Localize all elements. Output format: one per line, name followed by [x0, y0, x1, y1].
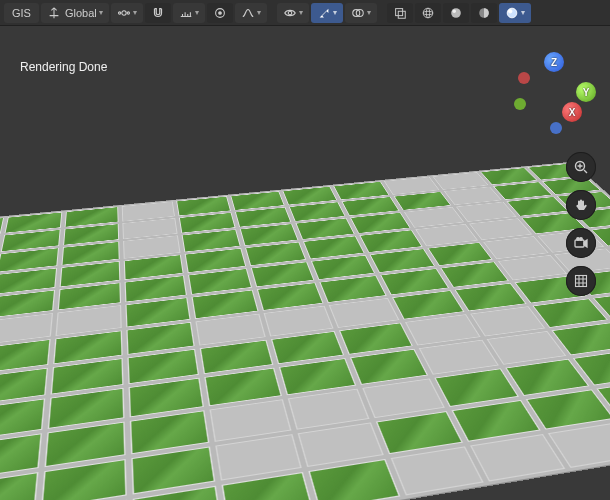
svg-point-17 — [508, 9, 512, 13]
shading-rendered[interactable]: ▾ — [499, 3, 531, 23]
solid-sphere-icon — [449, 6, 463, 20]
shading-wireframe[interactable] — [415, 3, 441, 23]
gis-menu[interactable]: GIS — [4, 3, 39, 23]
xray-icon — [393, 6, 407, 20]
pan-hand-icon — [573, 197, 589, 213]
material-preview-icon — [477, 6, 491, 20]
proportional-edit-toggle[interactable] — [207, 3, 233, 23]
chevron-down-icon: ▾ — [99, 8, 103, 17]
camera-view-icon — [573, 235, 589, 251]
zoom-button[interactable] — [566, 152, 596, 182]
pan-button[interactable] — [566, 190, 596, 220]
magnet-icon — [151, 6, 165, 20]
perspective-grid-icon — [573, 273, 589, 289]
camera-view-button[interactable] — [566, 228, 596, 258]
svg-point-16 — [507, 8, 517, 18]
pivot-point-dropdown[interactable]: ▾ — [111, 3, 143, 23]
axis-x[interactable]: X — [562, 102, 582, 122]
axis-y[interactable]: Y — [576, 82, 596, 102]
axis-z[interactable]: Z — [544, 52, 564, 72]
tile-green — [0, 472, 38, 500]
tile-empty — [471, 434, 565, 481]
chevron-down-icon: ▾ — [133, 8, 137, 17]
svg-point-11 — [423, 11, 433, 15]
tile-green — [308, 459, 400, 500]
perspective-toggle-button[interactable] — [566, 266, 596, 296]
svg-point-4 — [218, 11, 221, 14]
shading-solid[interactable] — [443, 3, 469, 23]
proportional-edit-icon — [213, 6, 227, 20]
viewport-side-tools — [566, 152, 596, 296]
tile-green — [505, 359, 589, 396]
axis-neg-y[interactable] — [514, 98, 526, 110]
transform-orientation-dropdown[interactable]: Global ▾ — [41, 3, 109, 23]
transform-orientation-icon — [47, 6, 61, 20]
svg-rect-9 — [398, 11, 405, 18]
orientation-label: Global — [65, 7, 97, 19]
chevron-down-icon: ▾ — [299, 8, 303, 17]
chevron-down-icon: ▾ — [257, 8, 261, 17]
svg-point-5 — [288, 11, 292, 15]
navigation-gizmo[interactable]: Z Y X — [512, 52, 596, 136]
overlays-dropdown[interactable]: ▾ — [345, 3, 377, 23]
proportional-falloff-dropdown[interactable]: ▾ — [235, 3, 267, 23]
chevron-down-icon: ▾ — [195, 8, 199, 17]
svg-rect-22 — [576, 276, 587, 287]
viewport-3d[interactable]: Rendering Done Z Y X — [0, 26, 610, 500]
chevron-down-icon: ▾ — [333, 8, 337, 17]
eye-icon — [283, 6, 297, 20]
toolbar: GIS Global ▾ ▾ ▾ ▾ ▾ ▾ ▾ — [0, 0, 610, 26]
svg-point-14 — [452, 9, 456, 13]
visibility-dropdown[interactable]: ▾ — [277, 3, 309, 23]
zoom-icon — [573, 159, 589, 175]
svg-point-1 — [118, 11, 120, 13]
tile-empty — [391, 447, 484, 496]
chevron-down-icon: ▾ — [367, 8, 371, 17]
svg-point-10 — [423, 8, 433, 18]
xray-toggle[interactable] — [387, 3, 413, 23]
smooth-curve-icon — [241, 6, 255, 20]
svg-rect-8 — [395, 8, 402, 15]
svg-point-2 — [127, 11, 129, 13]
svg-rect-19 — [575, 240, 584, 247]
chevron-down-icon: ▾ — [521, 8, 525, 17]
svg-point-21 — [580, 238, 583, 241]
rendered-sphere-icon — [505, 6, 519, 20]
tile-green — [525, 389, 610, 430]
snap-mode-dropdown[interactable]: ▾ — [173, 3, 205, 23]
gizmo-arrow-icon — [317, 6, 331, 20]
snap-increment-icon — [179, 6, 193, 20]
status-text: Rendering Done — [20, 60, 107, 74]
svg-point-12 — [426, 8, 430, 18]
shading-material-preview[interactable] — [471, 3, 497, 23]
show-gizmo-toggle[interactable]: ▾ — [311, 3, 343, 23]
gis-label: GIS — [12, 7, 31, 19]
axis-neg-x[interactable] — [518, 72, 530, 84]
svg-point-0 — [122, 10, 126, 14]
overlays-icon — [351, 6, 365, 20]
snap-toggle[interactable] — [145, 3, 171, 23]
svg-point-13 — [451, 8, 461, 18]
svg-point-20 — [577, 238, 580, 241]
tile-green — [452, 400, 541, 442]
pivot-icon — [117, 6, 131, 20]
axis-neg-z[interactable] — [550, 122, 562, 134]
wireframe-icon — [421, 6, 435, 20]
tiled-plane-mesh — [0, 162, 610, 500]
